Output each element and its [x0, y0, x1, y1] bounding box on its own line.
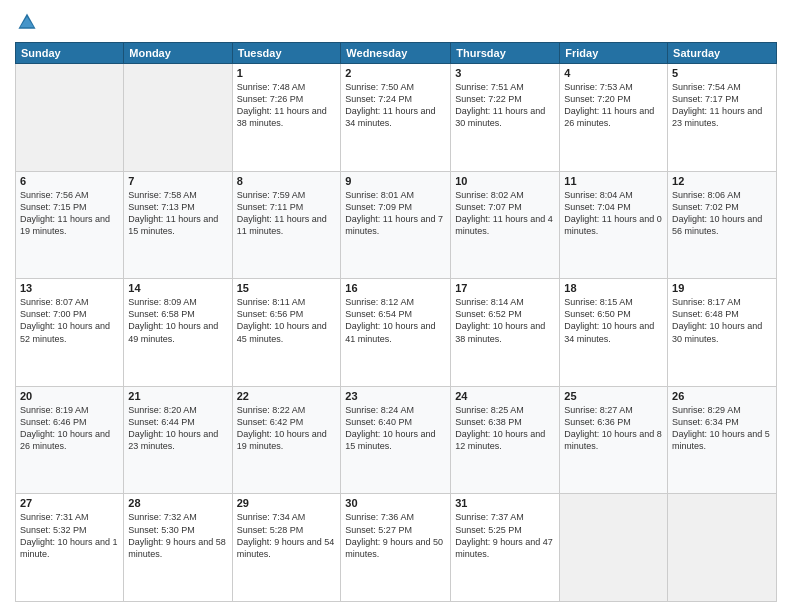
- calendar-cell: 8Sunrise: 7:59 AM Sunset: 7:11 PM Daylig…: [232, 171, 341, 279]
- day-number: 22: [237, 390, 337, 402]
- weekday-header-sunday: Sunday: [16, 43, 124, 64]
- calendar-cell: 4Sunrise: 7:53 AM Sunset: 7:20 PM Daylig…: [560, 64, 668, 172]
- calendar-cell: 3Sunrise: 7:51 AM Sunset: 7:22 PM Daylig…: [451, 64, 560, 172]
- calendar-cell: 23Sunrise: 8:24 AM Sunset: 6:40 PM Dayli…: [341, 386, 451, 494]
- day-info: Sunrise: 7:32 AM Sunset: 5:30 PM Dayligh…: [128, 511, 227, 560]
- calendar-cell: 24Sunrise: 8:25 AM Sunset: 6:38 PM Dayli…: [451, 386, 560, 494]
- weekday-header-row: SundayMondayTuesdayWednesdayThursdayFrid…: [16, 43, 777, 64]
- day-number: 8: [237, 175, 337, 187]
- calendar-cell: 21Sunrise: 8:20 AM Sunset: 6:44 PM Dayli…: [124, 386, 232, 494]
- day-number: 26: [672, 390, 772, 402]
- day-number: 20: [20, 390, 119, 402]
- calendar-cell: 16Sunrise: 8:12 AM Sunset: 6:54 PM Dayli…: [341, 279, 451, 387]
- day-info: Sunrise: 8:25 AM Sunset: 6:38 PM Dayligh…: [455, 404, 555, 453]
- day-number: 15: [237, 282, 337, 294]
- calendar-cell: 20Sunrise: 8:19 AM Sunset: 6:46 PM Dayli…: [16, 386, 124, 494]
- day-info: Sunrise: 8:17 AM Sunset: 6:48 PM Dayligh…: [672, 296, 772, 345]
- calendar-cell: 9Sunrise: 8:01 AM Sunset: 7:09 PM Daylig…: [341, 171, 451, 279]
- day-number: 7: [128, 175, 227, 187]
- calendar-cell: 5Sunrise: 7:54 AM Sunset: 7:17 PM Daylig…: [668, 64, 777, 172]
- day-info: Sunrise: 7:59 AM Sunset: 7:11 PM Dayligh…: [237, 189, 337, 238]
- week-row-3: 20Sunrise: 8:19 AM Sunset: 6:46 PM Dayli…: [16, 386, 777, 494]
- day-info: Sunrise: 8:04 AM Sunset: 7:04 PM Dayligh…: [564, 189, 663, 238]
- generalblue-icon: [15, 10, 39, 34]
- day-info: Sunrise: 7:31 AM Sunset: 5:32 PM Dayligh…: [20, 511, 119, 560]
- calendar-cell: 17Sunrise: 8:14 AM Sunset: 6:52 PM Dayli…: [451, 279, 560, 387]
- day-number: 3: [455, 67, 555, 79]
- day-number: 19: [672, 282, 772, 294]
- weekday-header-saturday: Saturday: [668, 43, 777, 64]
- day-info: Sunrise: 8:14 AM Sunset: 6:52 PM Dayligh…: [455, 296, 555, 345]
- day-info: Sunrise: 8:15 AM Sunset: 6:50 PM Dayligh…: [564, 296, 663, 345]
- calendar-cell: [560, 494, 668, 602]
- day-number: 1: [237, 67, 337, 79]
- calendar-cell: 27Sunrise: 7:31 AM Sunset: 5:32 PM Dayli…: [16, 494, 124, 602]
- day-info: Sunrise: 8:24 AM Sunset: 6:40 PM Dayligh…: [345, 404, 446, 453]
- day-number: 17: [455, 282, 555, 294]
- day-number: 6: [20, 175, 119, 187]
- day-info: Sunrise: 7:54 AM Sunset: 7:17 PM Dayligh…: [672, 81, 772, 130]
- day-number: 29: [237, 497, 337, 509]
- weekday-header-thursday: Thursday: [451, 43, 560, 64]
- week-row-2: 13Sunrise: 8:07 AM Sunset: 7:00 PM Dayli…: [16, 279, 777, 387]
- day-info: Sunrise: 7:48 AM Sunset: 7:26 PM Dayligh…: [237, 81, 337, 130]
- logo: [15, 10, 39, 34]
- calendar-cell: 10Sunrise: 8:02 AM Sunset: 7:07 PM Dayli…: [451, 171, 560, 279]
- day-number: 9: [345, 175, 446, 187]
- day-number: 2: [345, 67, 446, 79]
- svg-marker-1: [20, 17, 34, 27]
- week-row-0: 1Sunrise: 7:48 AM Sunset: 7:26 PM Daylig…: [16, 64, 777, 172]
- day-info: Sunrise: 7:51 AM Sunset: 7:22 PM Dayligh…: [455, 81, 555, 130]
- header: [15, 10, 777, 34]
- weekday-header-monday: Monday: [124, 43, 232, 64]
- day-info: Sunrise: 8:07 AM Sunset: 7:00 PM Dayligh…: [20, 296, 119, 345]
- calendar-cell: 25Sunrise: 8:27 AM Sunset: 6:36 PM Dayli…: [560, 386, 668, 494]
- day-number: 16: [345, 282, 446, 294]
- day-info: Sunrise: 7:56 AM Sunset: 7:15 PM Dayligh…: [20, 189, 119, 238]
- calendar-cell: 15Sunrise: 8:11 AM Sunset: 6:56 PM Dayli…: [232, 279, 341, 387]
- calendar-cell: 1Sunrise: 7:48 AM Sunset: 7:26 PM Daylig…: [232, 64, 341, 172]
- day-number: 5: [672, 67, 772, 79]
- day-info: Sunrise: 8:20 AM Sunset: 6:44 PM Dayligh…: [128, 404, 227, 453]
- week-row-4: 27Sunrise: 7:31 AM Sunset: 5:32 PM Dayli…: [16, 494, 777, 602]
- day-info: Sunrise: 7:50 AM Sunset: 7:24 PM Dayligh…: [345, 81, 446, 130]
- day-info: Sunrise: 8:06 AM Sunset: 7:02 PM Dayligh…: [672, 189, 772, 238]
- calendar-cell: [16, 64, 124, 172]
- day-number: 23: [345, 390, 446, 402]
- day-info: Sunrise: 7:34 AM Sunset: 5:28 PM Dayligh…: [237, 511, 337, 560]
- calendar-cell: 31Sunrise: 7:37 AM Sunset: 5:25 PM Dayli…: [451, 494, 560, 602]
- calendar-cell: 26Sunrise: 8:29 AM Sunset: 6:34 PM Dayli…: [668, 386, 777, 494]
- day-number: 28: [128, 497, 227, 509]
- day-number: 10: [455, 175, 555, 187]
- day-number: 27: [20, 497, 119, 509]
- day-number: 13: [20, 282, 119, 294]
- day-info: Sunrise: 8:11 AM Sunset: 6:56 PM Dayligh…: [237, 296, 337, 345]
- day-info: Sunrise: 8:29 AM Sunset: 6:34 PM Dayligh…: [672, 404, 772, 453]
- day-info: Sunrise: 8:02 AM Sunset: 7:07 PM Dayligh…: [455, 189, 555, 238]
- day-info: Sunrise: 7:58 AM Sunset: 7:13 PM Dayligh…: [128, 189, 227, 238]
- day-info: Sunrise: 7:37 AM Sunset: 5:25 PM Dayligh…: [455, 511, 555, 560]
- day-number: 25: [564, 390, 663, 402]
- day-number: 31: [455, 497, 555, 509]
- weekday-header-tuesday: Tuesday: [232, 43, 341, 64]
- day-info: Sunrise: 8:09 AM Sunset: 6:58 PM Dayligh…: [128, 296, 227, 345]
- day-info: Sunrise: 8:12 AM Sunset: 6:54 PM Dayligh…: [345, 296, 446, 345]
- day-number: 21: [128, 390, 227, 402]
- day-number: 12: [672, 175, 772, 187]
- calendar-cell: 18Sunrise: 8:15 AM Sunset: 6:50 PM Dayli…: [560, 279, 668, 387]
- day-number: 14: [128, 282, 227, 294]
- calendar-cell: 30Sunrise: 7:36 AM Sunset: 5:27 PM Dayli…: [341, 494, 451, 602]
- calendar-cell: 14Sunrise: 8:09 AM Sunset: 6:58 PM Dayli…: [124, 279, 232, 387]
- day-number: 18: [564, 282, 663, 294]
- calendar-cell: 7Sunrise: 7:58 AM Sunset: 7:13 PM Daylig…: [124, 171, 232, 279]
- weekday-header-friday: Friday: [560, 43, 668, 64]
- calendar-cell: 2Sunrise: 7:50 AM Sunset: 7:24 PM Daylig…: [341, 64, 451, 172]
- page: SundayMondayTuesdayWednesdayThursdayFrid…: [0, 0, 792, 612]
- weekday-header-wednesday: Wednesday: [341, 43, 451, 64]
- calendar-cell: [124, 64, 232, 172]
- calendar-cell: 6Sunrise: 7:56 AM Sunset: 7:15 PM Daylig…: [16, 171, 124, 279]
- calendar-cell: 12Sunrise: 8:06 AM Sunset: 7:02 PM Dayli…: [668, 171, 777, 279]
- calendar-cell: 28Sunrise: 7:32 AM Sunset: 5:30 PM Dayli…: [124, 494, 232, 602]
- day-number: 4: [564, 67, 663, 79]
- calendar-cell: [668, 494, 777, 602]
